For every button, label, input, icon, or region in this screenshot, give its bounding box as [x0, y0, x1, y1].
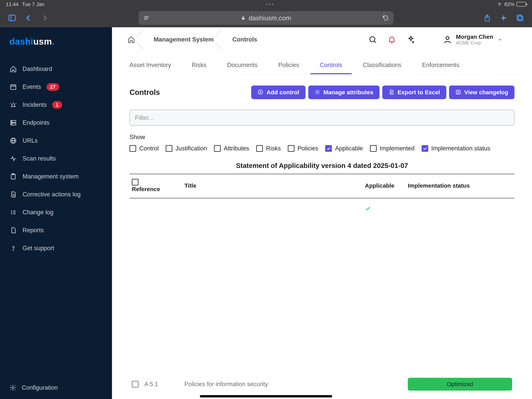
plus-circle-icon	[257, 89, 264, 96]
show-option-implementation-status[interactable]: Implementation status	[422, 145, 490, 152]
svg-point-36	[12, 387, 14, 389]
events-badge: 27	[47, 83, 59, 91]
checkbox[interactable]	[370, 145, 377, 152]
globe-icon	[9, 137, 17, 145]
checkbox[interactable]	[422, 145, 428, 152]
reload-icon[interactable]	[382, 15, 389, 21]
show-option-applicable[interactable]: Applicable	[325, 145, 363, 152]
breadcrumb-controls[interactable]: Controls	[222, 27, 265, 52]
svg-point-35	[13, 250, 14, 250]
home-indicator[interactable]	[200, 395, 332, 398]
home-icon	[127, 36, 135, 43]
section-tabs: Asset InventoryRisksDocumentsPoliciesCon…	[118, 52, 520, 74]
check-icon	[365, 205, 371, 211]
tab-controls[interactable]: Controls	[318, 58, 344, 74]
sidebar-item-corrective-actions[interactable]: Corrective actions log	[0, 186, 112, 203]
sidebar-item-support[interactable]: Get support	[0, 240, 112, 257]
tab-asset-inventory[interactable]: Asset Inventory	[128, 58, 173, 74]
sidebar-item-label: Endpoints	[23, 119, 50, 126]
show-option-label: Risks	[266, 145, 281, 152]
home-icon	[9, 65, 17, 73]
tab-risks[interactable]: Risks	[190, 58, 208, 74]
sidebar-item-dashboard[interactable]: Dashboard	[0, 60, 112, 77]
breadcrumb-management-system[interactable]: Management System	[143, 27, 222, 52]
search-icon[interactable]	[368, 35, 377, 44]
tabs-icon[interactable]	[516, 14, 524, 22]
sidebar-item-label: Scan results	[23, 155, 56, 162]
breadcrumb-home[interactable]	[116, 27, 143, 52]
tab-classifications[interactable]: Classifications	[361, 58, 403, 74]
list-icon	[455, 89, 462, 96]
row-checkbox[interactable]	[132, 381, 139, 387]
svg-point-45	[317, 91, 318, 93]
sidebar-item-label: URLs	[23, 137, 38, 144]
show-option-label: Implemented	[380, 145, 415, 152]
show-option-label: Policies	[298, 145, 318, 152]
table-row[interactable]: A 5.1Policies for information securityOp…	[129, 198, 514, 399]
help-icon	[9, 244, 17, 252]
show-option-justification[interactable]: Justification	[166, 145, 207, 152]
checkbox[interactable]	[256, 145, 263, 152]
show-option-risks[interactable]: Risks	[256, 145, 281, 152]
file-export-icon	[388, 89, 395, 96]
sidebar-item-incidents[interactable]: Incidents 1	[0, 96, 112, 113]
sidebar-item-endpoints[interactable]: Endpoints	[0, 114, 112, 131]
add-control-button[interactable]: Add control	[251, 85, 305, 99]
checkbox[interactable]	[325, 145, 332, 152]
show-option-label: Control	[139, 145, 159, 152]
checkbox[interactable]	[214, 145, 221, 152]
sidebar-toggle-icon[interactable]	[8, 14, 16, 22]
sidebar-item-change-log[interactable]: Change log	[0, 204, 112, 221]
gear-icon	[9, 384, 16, 391]
svg-point-41	[446, 36, 449, 39]
select-all-checkbox[interactable]	[132, 179, 139, 186]
sidebar-item-label: Incidents	[23, 101, 47, 108]
user-icon	[443, 35, 452, 44]
row-applicable	[363, 198, 405, 399]
show-options: ControlJustificationAttributesRisksPolic…	[129, 145, 514, 152]
back-icon[interactable]	[24, 14, 33, 22]
export-excel-button[interactable]: Export to Excel	[382, 85, 446, 99]
view-changelog-button[interactable]: View changelog	[449, 85, 514, 99]
user-menu[interactable]: Morgan Chen ACME Corp	[443, 33, 503, 45]
soa-title: Statement of Applicability version 4 dat…	[129, 162, 514, 173]
show-option-implemented[interactable]: Implemented	[370, 145, 415, 152]
col-status: Implementation status	[405, 174, 514, 198]
svg-rect-1	[9, 15, 15, 21]
sidebar-item-label: Corrective actions log	[23, 191, 81, 198]
show-option-attributes[interactable]: Attributes	[214, 145, 249, 152]
sparkle-icon[interactable]	[406, 35, 416, 44]
show-label: Show	[129, 134, 514, 141]
sidebar-item-configuration[interactable]: Configuration	[0, 378, 112, 399]
sidebar-item-events[interactable]: Events 27	[0, 78, 112, 96]
tab-policies[interactable]: Policies	[277, 58, 301, 74]
sidebar-item-scan-results[interactable]: Scan results	[0, 150, 112, 167]
share-icon[interactable]	[483, 14, 492, 22]
reader-mode-icon[interactable]	[143, 15, 150, 21]
device-time: 11:44	[6, 1, 19, 7]
show-option-policies[interactable]: Policies	[288, 145, 318, 152]
bell-icon[interactable]	[387, 35, 396, 44]
show-option-label: Justification	[176, 145, 207, 152]
new-tab-icon[interactable]	[499, 14, 508, 22]
show-option-control[interactable]: Control	[129, 145, 159, 152]
tab-documents[interactable]: Documents	[226, 58, 259, 74]
sidebar-item-urls[interactable]: URLs	[0, 132, 112, 149]
multitask-dots[interactable]: •••	[44, 1, 497, 7]
filter-input[interactable]	[129, 110, 514, 126]
checkbox[interactable]	[166, 145, 172, 152]
checkbox[interactable]	[288, 145, 294, 152]
checkbox[interactable]	[129, 145, 136, 152]
tab-enforcements[interactable]: Enforcements	[421, 58, 461, 74]
svg-rect-12	[517, 15, 522, 20]
manage-attributes-button[interactable]: Manage attributes	[308, 85, 380, 99]
chevron-down-icon	[497, 37, 503, 42]
url-bar[interactable]: dashiusm.com	[139, 11, 393, 25]
sidebar-item-label: Reports	[23, 227, 44, 234]
sidebar-item-reports[interactable]: Reports	[0, 222, 112, 239]
row-reference: A 5.1	[144, 381, 158, 388]
sidebar-item-management-system[interactable]: Management system	[0, 168, 112, 185]
svg-line-38	[374, 41, 376, 43]
app-logo[interactable]: dashiusm.	[0, 33, 112, 57]
lock-icon	[241, 15, 246, 20]
